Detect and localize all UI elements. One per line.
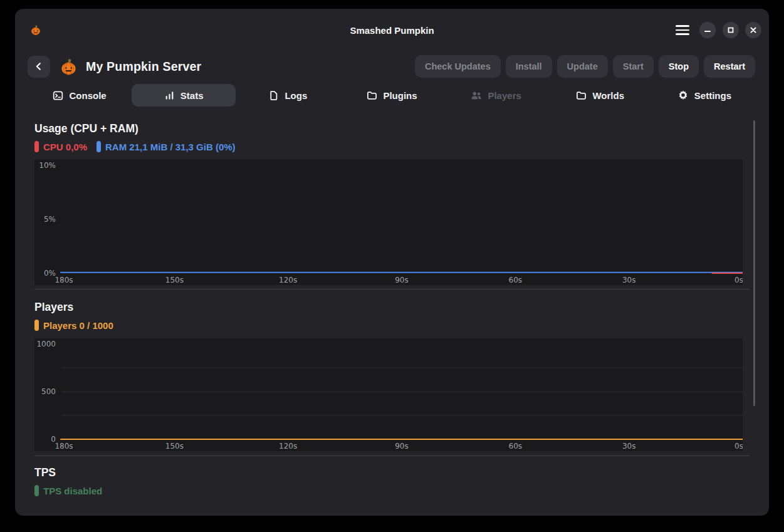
section-divider bbox=[34, 456, 750, 456]
action-button-install[interactable]: Install bbox=[506, 55, 552, 78]
tab-label: Plugins bbox=[383, 90, 417, 101]
action-button-check-updates[interactable]: Check Updates bbox=[415, 55, 501, 78]
legend-item-tps[interactable]: TPS disabled bbox=[34, 485, 102, 496]
legend-label: RAM 21,1 MiB / 31,3 GiB (0%) bbox=[105, 142, 236, 152]
server-actions: Check UpdatesInstallUpdateStartStopResta… bbox=[410, 55, 755, 78]
action-button-stop[interactable]: Stop bbox=[659, 55, 699, 78]
legend-item-cpu[interactable]: CPU 0,0% bbox=[34, 141, 87, 152]
tab-logs[interactable]: Logs bbox=[236, 84, 340, 107]
legend-item-ram[interactable]: RAM 21,1 MiB / 31,3 GiB (0%) bbox=[97, 141, 236, 152]
users-icon bbox=[471, 90, 482, 101]
tab-label: Worlds bbox=[592, 90, 624, 101]
legend-item-players[interactable]: Players 0 / 1000 bbox=[34, 320, 113, 331]
svg-text:0%: 0% bbox=[44, 269, 56, 278]
legend-label: TPS disabled bbox=[43, 486, 102, 496]
usage-legend: CPU 0,0%RAM 21,1 MiB / 31,3 GiB (0%) bbox=[34, 141, 750, 152]
tab-console[interactable]: Console bbox=[28, 84, 132, 107]
app-window: Smashed Pumpkin My Pumpkin Server Check … bbox=[15, 9, 769, 516]
server-name: My Pumpkin Server bbox=[86, 60, 201, 74]
cpu-ram-chart[interactable]: 10%5%0%180s150s120s90s60s30s0s bbox=[34, 159, 743, 285]
legend-color-pill bbox=[34, 320, 39, 331]
tab-worlds[interactable]: Worlds bbox=[548, 84, 652, 107]
chevron-left-icon bbox=[34, 61, 44, 71]
legend-color-pill bbox=[97, 141, 101, 152]
svg-text:30s: 30s bbox=[622, 276, 636, 284]
close-button[interactable] bbox=[745, 22, 761, 38]
window-title: Smashed Pumpkin bbox=[15, 25, 769, 36]
maximize-icon bbox=[727, 26, 734, 34]
tab-plugins[interactable]: Plugins bbox=[340, 84, 444, 107]
action-button-start[interactable]: Start bbox=[613, 55, 654, 78]
svg-text:60s: 60s bbox=[509, 442, 523, 451]
svg-text:120s: 120s bbox=[279, 276, 297, 284]
players-section-title: Players bbox=[34, 301, 750, 314]
svg-text:150s: 150s bbox=[165, 276, 184, 284]
action-button-update[interactable]: Update bbox=[557, 55, 608, 78]
vertical-scrollbar-thumb[interactable] bbox=[753, 120, 755, 406]
legend-color-pill bbox=[34, 485, 39, 496]
tab-label: Logs bbox=[285, 90, 307, 101]
stats-panel: Usage (CPU + RAM) CPU 0,0%RAM 21,1 MiB /… bbox=[15, 112, 769, 516]
svg-text:10%: 10% bbox=[39, 161, 56, 170]
svg-text:1000: 1000 bbox=[36, 340, 56, 348]
server-header: My Pumpkin Server Check UpdatesInstallUp… bbox=[28, 55, 755, 78]
svg-text:90s: 90s bbox=[395, 442, 409, 451]
svg-text:0s: 0s bbox=[734, 442, 743, 451]
svg-text:180s: 180s bbox=[55, 276, 73, 284]
legend-label: CPU 0,0% bbox=[43, 142, 87, 152]
tab-label: Stats bbox=[180, 90, 204, 101]
svg-text:500: 500 bbox=[41, 387, 56, 396]
svg-text:90s: 90s bbox=[395, 276, 409, 284]
folder-icon bbox=[367, 90, 377, 101]
svg-text:5%: 5% bbox=[44, 215, 56, 224]
svg-text:0s: 0s bbox=[734, 276, 743, 284]
section-divider bbox=[34, 289, 750, 289]
tab-label: Settings bbox=[694, 90, 731, 101]
svg-text:120s: 120s bbox=[279, 442, 297, 451]
legend-label: Players 0 / 1000 bbox=[43, 320, 113, 331]
tab-bar: ConsoleStatsLogsPluginsPlayersWorldsSett… bbox=[28, 84, 756, 107]
terminal-icon bbox=[53, 90, 63, 101]
usage-section-title: Usage (CPU + RAM) bbox=[34, 122, 750, 135]
action-button-restart[interactable]: Restart bbox=[704, 55, 755, 78]
legend-color-pill bbox=[34, 141, 39, 152]
tab-label: Console bbox=[69, 90, 106, 101]
hamburger-menu-icon[interactable] bbox=[675, 23, 690, 37]
maximize-button[interactable] bbox=[723, 22, 739, 38]
bar-chart-icon bbox=[164, 90, 175, 101]
folder-icon bbox=[576, 90, 587, 101]
back-button[interactable] bbox=[28, 56, 50, 78]
file-icon bbox=[268, 90, 279, 101]
tps-section-title: TPS bbox=[34, 466, 750, 479]
close-icon bbox=[750, 26, 757, 34]
gear-icon bbox=[677, 90, 689, 101]
titlebar: Smashed Pumpkin bbox=[15, 9, 769, 48]
svg-text:180s: 180s bbox=[55, 442, 73, 451]
tps-legend: TPS disabled bbox=[34, 485, 750, 496]
svg-text:30s: 30s bbox=[622, 442, 636, 451]
players-chart[interactable]: 10005000180s150s120s90s60s30s0s bbox=[34, 338, 743, 451]
tab-players[interactable]: Players bbox=[444, 84, 548, 107]
minimize-button[interactable] bbox=[699, 22, 716, 38]
tab-stats[interactable]: Stats bbox=[132, 84, 236, 107]
minimize-icon bbox=[704, 26, 711, 34]
tab-label: Players bbox=[488, 90, 521, 101]
svg-text:60s: 60s bbox=[509, 276, 523, 284]
server-pumpkin-icon bbox=[60, 58, 78, 76]
tab-settings[interactable]: Settings bbox=[652, 84, 756, 107]
svg-text:150s: 150s bbox=[165, 442, 184, 451]
players-legend: Players 0 / 1000 bbox=[34, 320, 750, 331]
